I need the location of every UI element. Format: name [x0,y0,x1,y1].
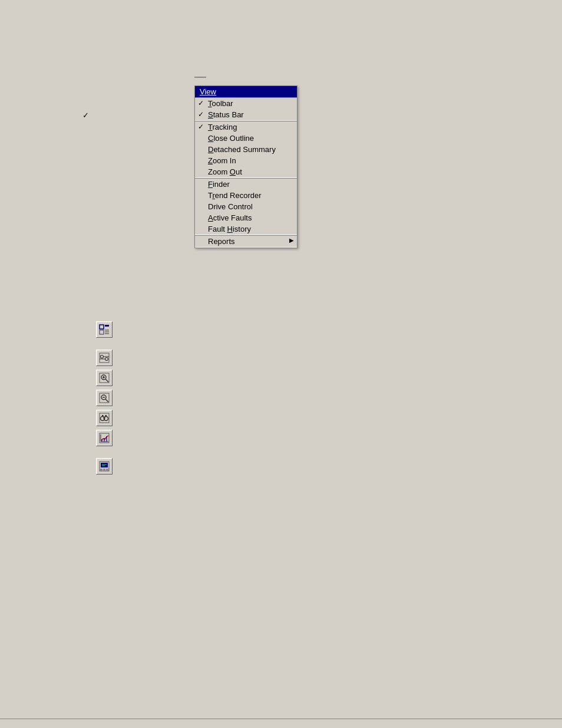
menu-item-zoom-out[interactable]: Zoom Out [195,166,297,177]
svg-rect-34 [101,463,108,467]
svg-rect-2 [100,330,104,334]
menu-item-zoom-in[interactable]: Zoom In [195,155,297,166]
menu-item-close-outline[interactable]: Close Outline [195,133,297,144]
bottom-divider [0,719,562,719]
svg-point-8 [105,358,108,361]
zoom-out-icon-button[interactable] [96,390,113,406]
trend-icon-button[interactable] [96,430,113,446]
menu-item-statusbar[interactable]: Status Bar [195,109,297,120]
svg-rect-24 [102,415,104,417]
svg-rect-35 [100,469,103,471]
zoom-in-icon-button[interactable] [96,370,113,386]
svg-line-18 [105,399,108,402]
menu-section-2: Tracking Close Outline Detached Summary … [195,121,297,178]
drive-control-icon-button[interactable] [96,458,113,475]
menu-item-toolbar[interactable]: Toolbar [195,98,297,109]
svg-rect-1 [105,325,109,327]
left-checkmark: ✓ [82,111,89,120]
finder-icon [99,413,110,423]
menu-item-detached-summary[interactable]: Detached Summary [195,144,297,155]
svg-rect-29 [101,439,103,442]
outline-icon-button[interactable] [96,321,113,338]
zoom-in-icon [99,373,110,383]
menu-item-finder[interactable]: Finder [195,179,297,190]
toolbar-icons [96,321,113,475]
top-divider [194,77,206,78]
menu-item-trend-recorder[interactable]: Trend Recorder [195,190,297,201]
menu-section-1: Toolbar Status Bar [195,97,297,121]
menu-section-4: Reports [195,235,297,248]
menu-item-tracking[interactable]: Tracking [195,121,297,133]
svg-rect-23 [104,417,105,419]
finder-icon-button[interactable] [96,410,113,426]
icon-gap-1 [96,341,113,346]
svg-rect-25 [105,415,107,417]
view-menu: View Toolbar Status Bar Tracking Close O… [194,85,297,248]
svg-line-13 [105,379,108,382]
menu-item-drive-control[interactable]: Drive Control [195,201,297,212]
svg-rect-36 [103,469,105,471]
menu-item-active-faults[interactable]: Active Faults [195,212,297,223]
icon-gap-2 [96,450,113,454]
drive-control-icon [99,461,110,472]
menu-header-view[interactable]: View [195,86,297,97]
svg-rect-37 [106,469,108,471]
menu-item-reports[interactable]: Reports [195,236,297,247]
outline-icon [99,324,110,335]
trend-icon [99,433,110,443]
menu-section-3: Finder Trend Recorder Drive Control Acti… [195,178,297,235]
parameter-icon [99,353,110,363]
zoom-out-icon [99,393,110,403]
svg-rect-31 [106,436,107,442]
menu-item-fault-history[interactable]: Fault History [195,223,297,235]
svg-point-7 [101,355,104,358]
svg-rect-30 [104,438,105,442]
parameter-icon-button[interactable] [96,350,113,366]
menu-header-label: View [200,87,216,96]
svg-rect-0 [100,325,104,329]
